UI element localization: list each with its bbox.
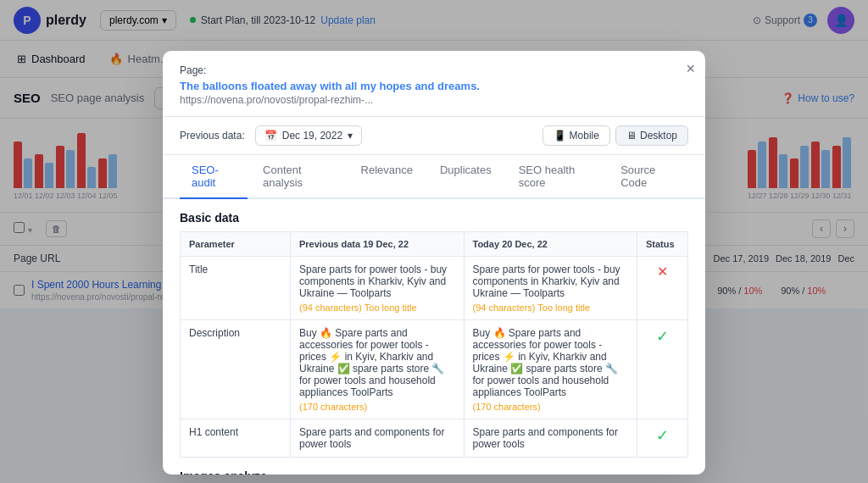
tab-duplicates[interactable]: Duplicates <box>428 155 504 199</box>
table-row: Title Spare parts for power tools - buy … <box>181 257 688 309</box>
modal-tabs: SEO-auditContent analysisRelevanceDuplic… <box>163 155 705 199</box>
tab-seo-audit[interactable]: SEO-audit <box>180 155 248 199</box>
today-cell: Spare parts for power tools - buy compon… <box>464 257 637 309</box>
modal-content: Basic data Parameter Previous data 19 De… <box>163 199 705 308</box>
tab-content-analysis[interactable]: Content analysis <box>251 155 345 199</box>
tab-source-code[interactable]: Source Code <box>609 155 688 199</box>
close-button[interactable]: × <box>686 61 695 76</box>
basic-data-title: Basic data <box>180 199 688 231</box>
modal-header: Page: The balloons floated away with all… <box>163 51 705 117</box>
page-label-row: Page: <box>180 64 688 76</box>
device-buttons: 📱 Mobile 🖥 Desktop <box>542 125 688 146</box>
param-cell: Title <box>181 257 291 309</box>
page-label: Page: <box>180 64 206 76</box>
chevron-down-icon: ▾ <box>348 130 353 142</box>
mobile-button[interactable]: 📱 Mobile <box>542 125 610 146</box>
desktop-button[interactable]: 🖥 Desktop <box>615 125 688 146</box>
mobile-icon: 📱 <box>554 130 566 142</box>
error-icon: ✕ <box>657 264 668 279</box>
seo-audit-modal: Page: The balloons floated away with all… <box>163 51 705 308</box>
col-parameter: Parameter <box>181 232 291 257</box>
tab-seo-health-score[interactable]: SEO health score <box>507 155 605 199</box>
modal-overlay[interactable]: Page: The balloons floated away with all… <box>0 0 868 308</box>
tab-relevance[interactable]: Relevance <box>349 155 425 199</box>
previous-data-label: Previous data: <box>180 130 245 142</box>
status-cell: ✕ <box>637 257 688 309</box>
calendar-icon: 📅 <box>264 130 277 142</box>
seo-data-table: Parameter Previous data 19 Dec, 22 Today… <box>180 231 688 308</box>
modal-url: https://novena.pro/novosti/propal-rezhim… <box>180 94 688 106</box>
previous-data-cell: Spare parts for power tools - buy compon… <box>291 257 465 309</box>
col-status: Status <box>637 232 688 257</box>
modal-controls: Previous data: 📅 Dec 19, 2022 ▾ 📱 Mobile… <box>163 117 705 155</box>
desktop-icon: 🖥 <box>626 130 637 142</box>
col-today: Today 20 Dec, 22 <box>464 232 637 257</box>
col-previous-data: Previous data 19 Dec, 22 <box>291 232 465 257</box>
date-picker[interactable]: 📅 Dec 19, 2022 ▾ <box>255 125 362 146</box>
modal-headline: The balloons floated away with all my ho… <box>180 80 688 92</box>
